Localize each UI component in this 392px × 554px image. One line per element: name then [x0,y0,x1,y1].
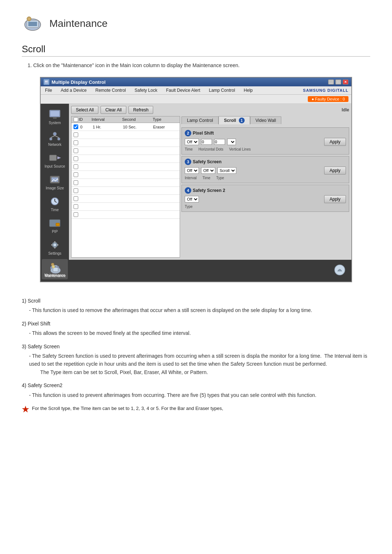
app-titlebar: Multiple Display Control _ □ ✕ [41,78,351,86]
close-button[interactable]: ✕ [343,79,348,85]
desc-title-3: 3) Safety Screen [22,342,370,350]
tab-scroll[interactable]: Scroll 1 [219,116,250,124]
device-list-panel: ID Interval Second Type 0 1 Hr. 10 Sec. … [71,116,180,258]
device-checkbox-2[interactable] [73,132,79,137]
desc-item-2: 2) Pixel Shift - This allows the screen … [22,320,370,337]
instruction-text: 1. Click on the "Maintenance" icon in th… [28,62,370,68]
app-icon [44,79,49,85]
device-checkbox-6[interactable] [73,164,79,169]
safety-screen-labels: Interval Time Type [185,176,346,180]
menu-add-device[interactable]: Add a Device [59,87,88,94]
select-all-checkbox[interactable] [73,117,79,122]
device-row-1[interactable]: 0 1 Hr. 10 Sec. Eraser [72,123,180,131]
samsung-logo: SAMSUNG DIGITALL [303,88,348,93]
pixel-shift-apply-button[interactable]: Apply [324,138,346,146]
sidebar-item-image-size[interactable]: Image Size [42,172,68,192]
idle-status: Idle [342,107,349,112]
sidebar-item-network[interactable]: Network [42,128,68,149]
safety-screen-apply-button[interactable]: Apply [324,167,346,175]
desc-title-2: 2) Pixel Shift [22,320,370,328]
device-checkbox-3[interactable] [73,140,79,145]
menu-remote-control[interactable]: Remote Control [94,87,127,94]
minimize-button[interactable]: _ [328,79,334,85]
refresh-button[interactable]: Refresh [128,106,153,114]
device-id-1: 0 [80,125,93,129]
safety-screen2-apply-button[interactable]: Apply [324,195,346,203]
sidebar-item-system[interactable]: System [42,107,68,127]
svg-rect-9 [50,111,59,116]
device-type-1: Eraser [153,125,178,129]
device-row-3[interactable] [72,139,180,147]
sidebar-label-pip: PIP [52,230,58,234]
safety-screen-time-select[interactable]: Off [201,167,215,174]
device-row-6[interactable] [72,163,180,171]
device-checkbox-4[interactable] [73,148,79,153]
device-checkbox-7[interactable] [73,172,79,177]
device-checkbox-11[interactable] [73,204,79,209]
bottom-maintenance-label: Maintenance [45,274,66,278]
device-row-5[interactable] [72,155,180,163]
clear-all-button[interactable]: Clear All [101,106,126,114]
safety-screen-type-select[interactable]: Scroll [217,167,236,174]
maximize-button[interactable]: □ [335,79,341,85]
tab-video-wall[interactable]: Video Wall [250,116,282,124]
device-row-8[interactable] [72,179,180,187]
sidebar-label-image-size: Image Size [46,186,64,190]
sidebar-item-input-source[interactable]: Input Source [42,150,68,171]
device-checkbox-8[interactable] [73,180,79,185]
menu-fault-device-alert[interactable]: Fault Device Alert [164,87,201,94]
col-id: ID [79,117,91,122]
safety-screen-title: Safety Screen [193,159,221,164]
bottom-maintenance-item[interactable]: Maintenance [45,264,66,278]
sidebar-item-time[interactable]: Time [42,194,68,214]
pixel-shift-type-select[interactable] [227,139,236,145]
device-checkbox-12[interactable] [73,212,79,217]
app-window: Multiple Display Control _ □ ✕ File Add … [40,77,352,282]
sidebar-item-settings[interactable]: Settings [42,237,68,258]
input-source-icon [48,152,61,163]
device-checkbox-10[interactable] [73,196,79,201]
sidebar-item-pip[interactable]: PIP [42,216,68,236]
titlebar-controls[interactable]: _ □ ✕ [328,79,348,85]
label-interval: Interval [185,176,197,180]
safety-screen-interval-select[interactable]: Off [185,167,199,174]
desc-item-1: 1) Scroll - This function is used to rem… [22,297,370,315]
note-text: For the Scroll type, the Time item can b… [32,405,223,412]
app-menubar: File Add a Device Remote Control Safety … [41,86,351,95]
faulty-device-badge: ● Faulty Device : 0 [308,96,348,102]
menu-safety-lock[interactable]: Safety Lock [133,87,159,94]
safety-screen2-number: 4 [185,187,191,194]
pixel-shift-title: Pixel Shift [193,131,214,136]
svg-point-31 [57,244,58,246]
device-checkbox-9[interactable] [73,188,79,193]
pixel-shift-vl-input[interactable] [214,139,225,145]
pixel-shift-off-select[interactable]: Off [185,139,199,145]
device-row-9[interactable] [72,187,180,195]
safety-screen2-type-select[interactable]: Off [185,196,199,202]
pixel-shift-hd-input[interactable] [201,139,212,145]
desc-item-3: 3) Safety Screen - The Safety Screen fun… [22,342,370,377]
device-row-10[interactable] [72,195,180,203]
device-row-11[interactable] [72,203,180,211]
section-title: Scroll [22,44,370,57]
tab-scroll-number: 1 [239,118,245,123]
device-row-4[interactable] [72,147,180,155]
device-row-2[interactable] [72,131,180,139]
label-type-ss: Type [216,176,224,180]
device-row-7[interactable] [72,171,180,179]
bottom-right-icon [332,263,347,278]
select-all-button[interactable]: Select All [71,106,98,114]
menu-lamp-control[interactable]: Lamp Control [208,87,237,94]
menu-file[interactable]: File [44,87,53,94]
tab-lamp-control[interactable]: Lamp Control [181,116,219,124]
safety-screen-controls: Off Off Scroll Apply [185,167,346,175]
menu-help[interactable]: Help [242,87,254,94]
label-vertical-lines: Vertical Lines [229,147,250,151]
sidebar-label-settings: Settings [48,251,61,255]
sidebar-label-input-source: Input Source [45,164,65,168]
pixel-shift-controls: Off Apply [185,138,346,146]
device-row-12[interactable] [72,211,180,219]
safety-screen2-section: 4 Safety Screen 2 Off Apply Type [181,185,349,212]
device-checkbox-1[interactable] [73,124,79,129]
device-checkbox-5[interactable] [73,156,79,161]
